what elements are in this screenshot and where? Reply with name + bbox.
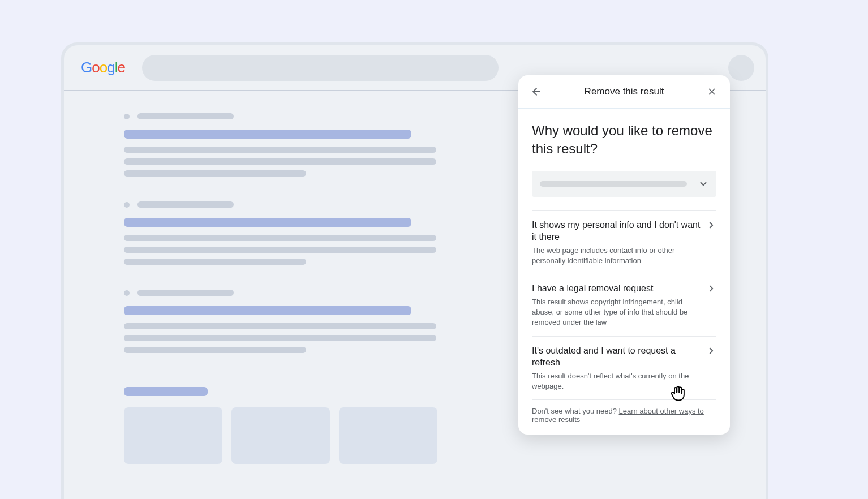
- option-desc: This result shows copyright infringement…: [532, 297, 701, 328]
- result-title-placeholder[interactable]: [124, 218, 411, 227]
- favicon-placeholder: [124, 114, 130, 119]
- related-tile[interactable]: [231, 407, 330, 464]
- option-legal-removal[interactable]: I have a legal removal request This resu…: [532, 274, 716, 335]
- result-meta: [124, 290, 449, 296]
- related-tile[interactable]: [124, 407, 222, 464]
- result-title-placeholder[interactable]: [124, 130, 411, 139]
- avatar[interactable]: [728, 55, 754, 81]
- result-snippet-placeholder: [124, 235, 436, 241]
- favicon-placeholder: [124, 290, 130, 296]
- result-snippet-placeholder: [124, 158, 436, 165]
- result-snippet-placeholder: [124, 170, 306, 177]
- logo-letter: g: [107, 59, 114, 76]
- reason-dropdown[interactable]: [532, 171, 716, 197]
- result-title-placeholder[interactable]: [124, 306, 411, 315]
- result-url-placeholder: [137, 113, 234, 119]
- chevron-right-icon: [706, 346, 716, 356]
- option-desc: This result doesn't reflect what's curre…: [532, 371, 701, 392]
- result-meta: [124, 113, 449, 119]
- logo-letter: e: [117, 59, 124, 76]
- option-text: It shows my personal info and I don't wa…: [532, 219, 701, 266]
- panel-header: Remove this result: [518, 75, 730, 109]
- close-button[interactable]: [704, 84, 720, 100]
- option-text: It's outdated and I want to request a re…: [532, 345, 701, 392]
- result-snippet-placeholder: [124, 259, 306, 265]
- chevron-right-icon: [706, 220, 716, 230]
- related-tile[interactable]: [339, 407, 437, 464]
- search-results: [64, 91, 449, 353]
- panel-body: Why would you like to remove this result…: [518, 109, 730, 435]
- option-personal-info[interactable]: It shows my personal info and I don't wa…: [532, 210, 716, 274]
- search-input[interactable]: [142, 55, 499, 81]
- result-item: [124, 290, 449, 353]
- result-snippet-placeholder: [124, 147, 436, 153]
- result-snippet-placeholder: [124, 323, 436, 329]
- logo-letter: o: [92, 59, 99, 76]
- panel-title: Remove this result: [544, 86, 704, 97]
- section-title-placeholder: [124, 387, 208, 396]
- logo-letter: o: [100, 59, 107, 76]
- result-meta: [124, 201, 449, 208]
- panel-footer: Don't see what you need? Learn about oth…: [532, 399, 716, 424]
- result-url-placeholder: [137, 201, 234, 208]
- result-item: [124, 201, 449, 265]
- dropdown-placeholder-bar: [540, 181, 687, 187]
- option-title: I have a legal removal request: [532, 282, 701, 295]
- chevron-right-icon: [706, 283, 716, 294]
- result-url-placeholder: [137, 290, 234, 296]
- option-title: It's outdated and I want to request a re…: [532, 345, 701, 369]
- remove-result-panel: Remove this result Why would you like to…: [518, 75, 730, 435]
- google-logo[interactable]: G o o g l e: [81, 59, 125, 76]
- result-snippet-placeholder: [124, 335, 436, 341]
- result-item: [124, 113, 449, 177]
- close-icon: [707, 87, 717, 97]
- result-snippet-placeholder: [124, 247, 436, 253]
- result-snippet-placeholder: [124, 347, 306, 353]
- footer-prefix: Don't see what you need?: [532, 407, 619, 415]
- arrow-left-icon: [531, 86, 542, 97]
- option-desc: The web page includes contact info or ot…: [532, 246, 701, 266]
- option-title: It shows my personal info and I don't wa…: [532, 219, 701, 243]
- back-button[interactable]: [528, 84, 544, 100]
- option-outdated-refresh[interactable]: It's outdated and I want to request a re…: [532, 336, 716, 400]
- panel-heading: Why would you like to remove this result…: [532, 122, 716, 158]
- logo-letter: G: [81, 59, 92, 76]
- option-text: I have a legal removal request This resu…: [532, 282, 701, 328]
- favicon-placeholder: [124, 202, 130, 208]
- chevron-down-icon: [698, 179, 708, 189]
